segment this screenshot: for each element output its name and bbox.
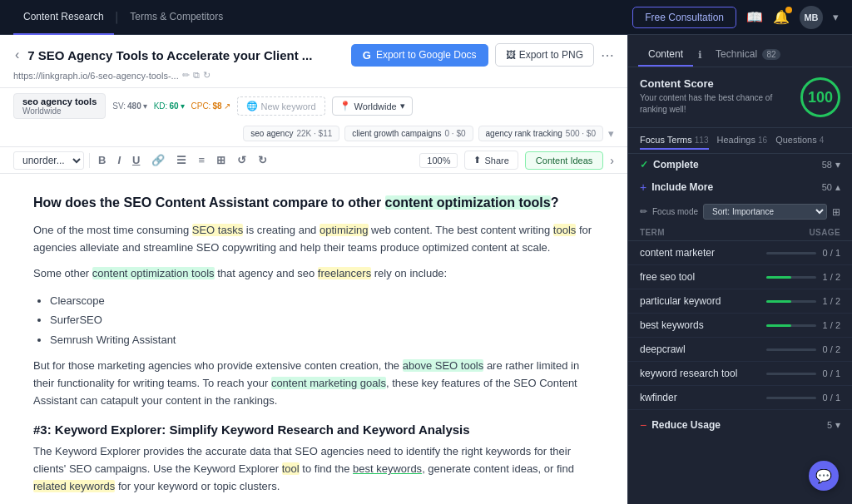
term-usage: 0 / 1 <box>766 368 840 378</box>
underline-button[interactable]: U <box>129 151 143 169</box>
reduce-usage-section-actions: 5 ▾ <box>827 419 840 431</box>
redo-button[interactable]: ↻ <box>255 151 270 169</box>
table-button[interactable]: ⊞ <box>213 151 229 169</box>
highlight-content-marketing-goals: content marketing goals <box>271 377 386 389</box>
content-score-title: Content Score <box>640 77 800 90</box>
reduce-usage-section-title: − Reduce Usage <box>640 418 721 432</box>
highlight-tools-1: tools <box>553 224 576 236</box>
usage-column-header: USAGE <box>809 228 840 237</box>
term-row[interactable]: deepcrawl 0 / 2 <box>628 338 852 362</box>
term-row[interactable]: content marketer 0 / 1 <box>628 241 852 265</box>
avatar[interactable]: MB <box>800 6 823 29</box>
term-row[interactable]: best keywords 1 / 2 <box>628 314 852 338</box>
usage-bar-container <box>766 348 816 351</box>
list-style-select[interactable]: unorder... <box>13 151 84 170</box>
sort-select[interactable]: Sort: Importance <box>703 204 827 220</box>
more-options-button[interactable]: ⋯ <box>601 47 614 63</box>
free-consultation-button[interactable]: Free Consultation <box>632 7 736 28</box>
bold-button[interactable]: B <box>95 151 109 169</box>
include-more-section-toggle[interactable]: ▴ <box>835 181 840 193</box>
usage-bar-container <box>766 252 816 254</box>
focus-tab-headings[interactable]: Headings 16 <box>717 135 768 150</box>
main-layout: ‹ 7 SEO Agency Tools to Accelerate your … <box>0 35 852 504</box>
cpc-stat: CPC: $8 ↗ <box>191 101 230 111</box>
back-button[interactable]: ‹ <box>13 46 21 64</box>
book-icon[interactable]: 📖 <box>746 9 763 25</box>
doc-url-row: https://linkgraph.io/6-seo-agency-tools-… <box>13 70 614 81</box>
term-row[interactable]: keyword research tool 0 / 1 <box>628 362 852 386</box>
focus-terms-tabs: Focus Terms 113 Headings 16 Questions 4 <box>628 128 852 154</box>
share-icon: ⬆ <box>473 155 481 166</box>
editor-para-1: One of the most time consuming SEO tasks… <box>33 222 594 257</box>
term-usage: 0 / 2 <box>766 344 840 354</box>
usage-bar <box>766 300 791 303</box>
content-ideas-button[interactable]: Content Ideas <box>525 151 604 170</box>
sv-stat: SV: 480 ▾ <box>112 101 146 111</box>
zoom-level[interactable]: 100% <box>419 153 458 168</box>
term-row[interactable]: kwfinder 0 / 1 <box>628 386 852 410</box>
usage-bar-container <box>766 300 816 303</box>
term-column-header: TERM <box>640 228 665 237</box>
expand-icon[interactable]: › <box>610 154 614 167</box>
avatar-chevron-icon[interactable]: ▾ <box>833 11 839 23</box>
nav-right: Free Consultation 📖 🔔 MB ▾ <box>632 6 839 29</box>
reduce-usage-section-header: − Reduce Usage 5 ▾ <box>628 413 852 437</box>
complete-section-actions: 58 ▾ <box>822 159 840 170</box>
worldwide-button[interactable]: 📍 Worldwide ▾ <box>332 96 413 116</box>
complete-check-icon: ✓ <box>640 159 648 170</box>
usage-bar <box>766 324 791 327</box>
new-keyword-button[interactable]: 🌐 New keyword <box>237 96 325 116</box>
keyword-tag-0[interactable]: seo agency 22K · $11 <box>243 126 339 141</box>
rpanel-tab-technical[interactable]: Technical 82 <box>706 43 790 67</box>
share-button[interactable]: ⬆ Share <box>464 151 518 170</box>
term-row[interactable]: particular keyword 1 / 2 <box>628 289 852 314</box>
chat-icon: 💬 <box>815 468 832 484</box>
notification-bell-icon[interactable]: 🔔 <box>773 9 790 25</box>
export-png-button[interactable]: 🖼 Export to PNG <box>495 43 594 67</box>
location-icon: 📍 <box>339 101 351 111</box>
italic-button[interactable]: I <box>114 151 124 169</box>
term-usage: 1 / 2 <box>766 272 840 282</box>
list-item-semrush: Semrush Writing Assistant <box>50 330 594 349</box>
chat-bubble[interactable]: 💬 <box>809 461 839 491</box>
keyword-stats: SV: 480 ▾ KD: 60 ▾ CPC: $8 ↗ <box>112 101 230 111</box>
refresh-icon[interactable]: ↻ <box>203 70 211 81</box>
doc-title: 7 SEO Agency Tools to Accelerate your Cl… <box>27 48 344 62</box>
keyword-tag-1[interactable]: client growth campaigns 0 · $0 <box>344 126 473 141</box>
focus-mode-pencil-icon: ✏ <box>640 206 647 217</box>
nav-tab-content-research[interactable]: Content Research <box>13 0 114 35</box>
export-google-docs-button[interactable]: G Export to Google Docs <box>351 44 488 67</box>
keyword-tag-2[interactable]: agency rank tracking 500 · $0 <box>478 126 603 141</box>
edit-icon[interactable]: ✏ <box>182 70 190 81</box>
usage-bar <box>766 276 791 279</box>
cpc-arrow-icon: ↗ <box>224 101 230 111</box>
reduce-usage-section-toggle[interactable]: ▾ <box>835 419 840 431</box>
focus-tab-terms[interactable]: Focus Terms 113 <box>640 135 709 150</box>
complete-section-toggle[interactable]: ▾ <box>835 159 840 170</box>
usage-bar-container <box>766 373 816 375</box>
highlight-content-opt-tools-2: content optimization tools <box>92 267 215 279</box>
focus-tab-questions[interactable]: Questions 4 <box>775 135 824 150</box>
rpanel-tab-content[interactable]: Content <box>638 43 693 67</box>
term-row[interactable]: free seo tool 1 / 2 <box>628 265 852 289</box>
doc-title-row: ‹ 7 SEO Agency Tools to Accelerate your … <box>13 43 614 67</box>
sort-icon[interactable]: ⊞ <box>832 206 840 218</box>
ordered-list-button[interactable]: ≡ <box>195 151 208 169</box>
tags-expand-icon[interactable]: ▾ <box>608 127 614 140</box>
image-icon: 🖼 <box>506 49 516 61</box>
link-button[interactable]: 🔗 <box>148 151 168 169</box>
undo-button[interactable]: ↺ <box>234 151 250 169</box>
copy-icon[interactable]: ⧉ <box>193 70 200 81</box>
nav-tab-terms-competitors[interactable]: Terms & Competitors <box>120 0 233 35</box>
unordered-list-button[interactable]: ☰ <box>173 151 190 169</box>
terms-table-header: TERM USAGE <box>628 225 852 241</box>
include-more-section-actions: 50 ▴ <box>822 181 840 193</box>
filter-row: ✏ Focus mode Sort: Importance ⊞ <box>628 199 852 225</box>
google-icon: G <box>363 49 371 62</box>
doc-url-icons: ✏ ⧉ ↻ <box>182 70 211 81</box>
content-info-icon[interactable]: ℹ <box>696 49 702 61</box>
highlight-seo-tasks: SEO tasks <box>192 224 243 236</box>
term-usage: 1 / 2 <box>766 320 840 330</box>
editor-para-2: Some other content optimization tools th… <box>33 265 594 283</box>
main-keyword-chip[interactable]: seo agency tools Worldwide <box>13 93 106 119</box>
